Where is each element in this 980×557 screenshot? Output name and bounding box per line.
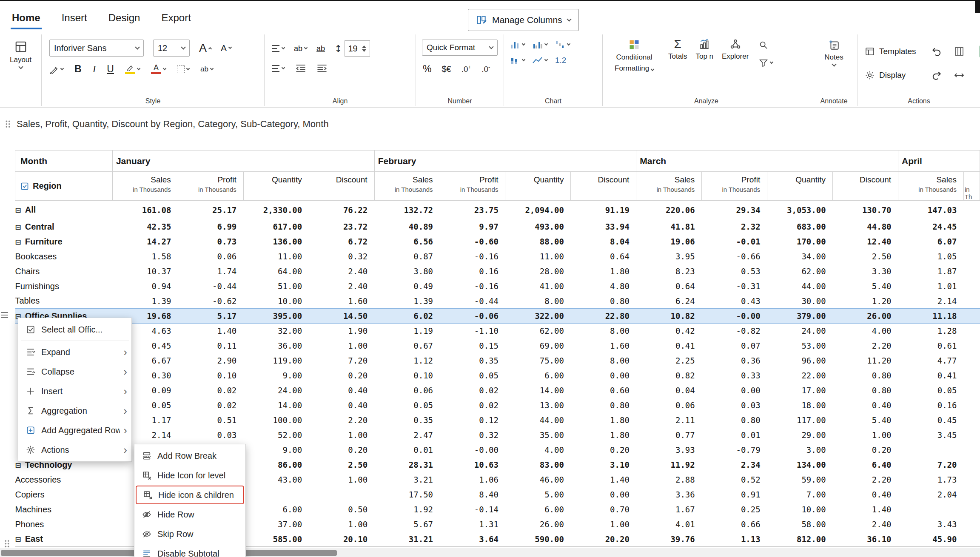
data-cell[interactable]: 220.06 xyxy=(636,201,702,219)
collapse-icon[interactable]: ⊟ xyxy=(15,223,21,231)
data-cell[interactable]: 0.20 xyxy=(571,443,636,458)
format-painter-button[interactable] xyxy=(49,65,63,74)
data-cell[interactable]: 0.36 xyxy=(702,353,767,368)
data-cell[interactable]: 10.37 xyxy=(112,264,178,279)
collapse-icon[interactable]: ⊟ xyxy=(15,461,21,469)
data-cell[interactable]: 24.00 xyxy=(767,324,833,338)
data-cell[interactable]: 31.21 xyxy=(374,532,440,547)
data-cell[interactable]: 3.00 xyxy=(767,443,833,458)
data-cell[interactable]: 0.11 xyxy=(178,338,243,353)
data-cell[interactable]: 10.63 xyxy=(440,458,505,472)
data-cell[interactable]: 44.00 xyxy=(505,413,571,428)
data-cell[interactable]: -0.00 xyxy=(702,309,767,324)
data-cell[interactable]: 136.00 xyxy=(243,234,309,249)
data-cell[interactable]: 0.50 xyxy=(309,502,374,517)
data-cell[interactable]: 26.00 xyxy=(505,517,571,532)
row-label-cell[interactable]: ⊟All xyxy=(15,201,113,219)
totals-button[interactable]: Σ Totals xyxy=(668,39,687,61)
collapse-icon[interactable]: ⊟ xyxy=(15,535,21,543)
data-cell[interactable]: 0.02 xyxy=(178,383,243,398)
data-label-format-button[interactable]: 1.2 xyxy=(555,56,566,65)
data-cell[interactable]: 6.40 xyxy=(833,458,898,472)
data-cell[interactable]: 117.00 xyxy=(767,413,833,428)
data-cell[interactable]: 0.43 xyxy=(702,294,767,309)
data-cell[interactable]: 0.77 xyxy=(636,428,702,443)
underline-button[interactable]: U xyxy=(107,63,114,75)
data-cell[interactable]: 1.67 xyxy=(636,502,702,517)
data-cell[interactable]: 83.00 xyxy=(505,458,571,472)
data-cell[interactable]: 1.40 xyxy=(178,324,243,338)
data-cell[interactable]: 1.00 xyxy=(309,428,374,443)
region-checkbox-icon[interactable] xyxy=(20,182,29,190)
data-cell[interactable]: 10.00 xyxy=(243,294,309,309)
metric-header-march-quantity[interactable]: Quantity xyxy=(767,172,833,201)
data-cell[interactable]: 0.33 xyxy=(702,368,767,383)
data-cell[interactable]: 37.00 xyxy=(243,517,309,532)
data-cell[interactable]: 0.03 xyxy=(178,428,243,443)
data-cell[interactable]: 0.16 xyxy=(898,398,964,413)
data-cell[interactable]: 0.42 xyxy=(636,324,702,338)
data-cell[interactable]: 0.01 xyxy=(374,443,440,458)
spinner-up-icon[interactable] xyxy=(362,45,366,48)
data-cell[interactable]: 40.89 xyxy=(374,219,440,234)
data-cell[interactable]: 22.80 xyxy=(571,309,636,324)
data-cell[interactable]: 1.00 xyxy=(309,517,374,532)
data-cell[interactable]: 3.45 xyxy=(898,428,964,443)
data-cell[interactable]: 683.00 xyxy=(767,219,833,234)
data-cell[interactable]: 147.03 xyxy=(898,201,964,219)
menu-item-expand[interactable]: Expand› xyxy=(18,342,131,362)
data-cell[interactable]: 0.40 xyxy=(833,487,898,502)
data-cell[interactable]: -0.14 xyxy=(440,502,505,517)
data-cell[interactable]: 3.10 xyxy=(571,458,636,472)
data-cell[interactable]: 46.00 xyxy=(505,472,571,487)
metric-header-march-sales[interactable]: Salesin Thousands xyxy=(636,172,702,201)
data-cell[interactable]: 0.15 xyxy=(440,338,505,353)
collapse-icon[interactable]: ⊟ xyxy=(15,206,21,214)
data-cell[interactable]: 0.20 xyxy=(833,443,898,458)
data-cell[interactable]: 33.94 xyxy=(571,219,636,234)
data-cell[interactable]: 26.00 xyxy=(833,309,898,324)
data-cell[interactable]: 52.00 xyxy=(243,428,309,443)
data-cell[interactable]: 590.00 xyxy=(505,532,571,547)
data-cell[interactable]: 2.90 xyxy=(178,353,243,368)
data-cell[interactable] xyxy=(309,487,374,502)
data-cell[interactable]: 14.00 xyxy=(505,383,571,398)
data-cell[interactable]: 3.80 xyxy=(374,264,440,279)
data-cell[interactable]: 2,330.00 xyxy=(243,201,309,219)
data-cell[interactable]: 1.00 xyxy=(309,338,374,353)
decrease-font-button[interactable]: A xyxy=(221,43,231,53)
data-cell[interactable]: 14.50 xyxy=(309,309,374,324)
data-cell[interactable]: 6.00 xyxy=(505,502,571,517)
data-cell[interactable]: 0.10 xyxy=(374,368,440,383)
data-cell[interactable]: 7.20 xyxy=(309,353,374,368)
data-cell[interactable]: 0.20 xyxy=(309,368,374,383)
data-cell[interactable]: -0.31 xyxy=(702,279,767,294)
data-cell[interactable]: 8.00 xyxy=(571,353,636,368)
data-cell[interactable]: 132.72 xyxy=(374,201,440,219)
tab-insert[interactable]: Insert xyxy=(62,12,87,24)
data-cell[interactable]: 0.25 xyxy=(702,502,767,517)
data-cell[interactable]: 2.40 xyxy=(309,279,374,294)
data-cell[interactable]: 1.13 xyxy=(702,532,767,547)
data-cell[interactable]: 0.06 xyxy=(636,398,702,413)
data-cell[interactable]: 36.00 xyxy=(243,338,309,353)
metric-header-march-profit[interactable]: Profitin Thousands xyxy=(702,172,767,201)
data-cell[interactable]: 0.73 xyxy=(178,234,243,249)
strikethrough-button[interactable]: ab xyxy=(200,65,213,74)
data-cell[interactable]: 100.00 xyxy=(243,413,309,428)
row-label-cell[interactable]: ⊟Central xyxy=(15,219,113,234)
data-cell[interactable]: 0.80 xyxy=(833,383,898,398)
data-cell[interactable]: 53.00 xyxy=(767,338,833,353)
manage-columns-button[interactable]: Manage Columns xyxy=(468,9,579,31)
menu-item-aggregation[interactable]: Aggregation› xyxy=(18,401,131,421)
data-cell[interactable]: 20.10 xyxy=(309,532,374,547)
data-cell[interactable]: 0.80 xyxy=(571,398,636,413)
data-cell[interactable]: 0.53 xyxy=(702,264,767,279)
data-cell[interactable]: 44.80 xyxy=(833,219,898,234)
row-label-cell[interactable]: Tables xyxy=(15,294,113,309)
data-cell[interactable]: 23.75 xyxy=(440,201,505,219)
data-cell[interactable]: 0.02 xyxy=(178,398,243,413)
data-cell[interactable]: 0.45 xyxy=(898,413,964,428)
data-cell[interactable]: 3.43 xyxy=(898,517,964,532)
data-cell[interactable]: 1.80 xyxy=(571,264,636,279)
